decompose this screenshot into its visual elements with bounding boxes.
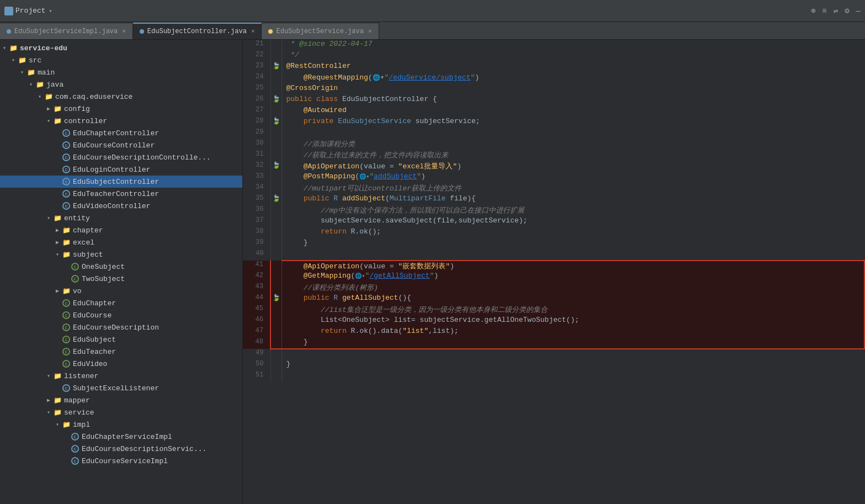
tab-controller[interactable]: EduSubjectController.java × xyxy=(133,23,262,39)
code-line-26: 26 🍃 public class EduSubjectController { xyxy=(243,95,864,106)
tree-item-edu-course-ctrl[interactable]: C EduCourseController xyxy=(0,139,242,151)
line-content-35: public R addSubject(MultipartFile file){ xyxy=(282,194,864,205)
tree-item-subject[interactable]: ▾ 📁 subject xyxy=(0,248,242,261)
tree-label-edu-course-desc-ctrl: EduCourseDescriptionControlle... xyxy=(73,153,211,162)
gear-icon[interactable]: ⚙ xyxy=(845,6,849,15)
minimize-icon[interactable]: — xyxy=(856,7,861,15)
tab-close-1[interactable]: × xyxy=(122,28,126,35)
code-line-40: 40 xyxy=(243,250,864,261)
tree-item-edu-video-ctrl[interactable]: C EduVideoController xyxy=(0,200,242,212)
tab-service[interactable]: EduSubjectService.java × xyxy=(262,23,379,39)
globe-icon[interactable]: ⊕ xyxy=(811,6,815,15)
sort-icon[interactable]: ⇌ xyxy=(834,6,838,15)
folder-icon-subject: 📁 xyxy=(62,250,71,259)
code-line-47: 47 return R.ok().data("list",list); xyxy=(243,327,864,338)
tab-close-2[interactable]: × xyxy=(251,28,255,35)
tree-item-config[interactable]: ▶ 📁 config xyxy=(0,103,242,115)
tree-item-edu-subject[interactable]: C EduSubject xyxy=(0,333,242,346)
tree-item-java[interactable]: ▾ 📁 java xyxy=(0,78,242,91)
file-tree: ▾ 📁 service-edu ▾ 📁 src ▾ 📁 main ▾ 📁 jav… xyxy=(0,40,243,504)
code-line-37: 37 subjectService.saveSubject(file,subje… xyxy=(243,216,864,227)
folder-icon-controller: 📁 xyxy=(53,116,62,125)
tree-item-edu-course-desc-service[interactable]: C EduCourseDescriptionServic... xyxy=(0,443,242,455)
tab-service-impl[interactable]: EduSubjectServiceImpl.java × xyxy=(0,23,133,39)
line-content-22: */ xyxy=(282,51,864,62)
gutter-38 xyxy=(270,227,282,238)
code-line-21: 21 * @since 2022-04-17 xyxy=(243,40,864,51)
tree-item-subject-excel-listener[interactable]: C SubjectExcelListener xyxy=(0,382,242,394)
tree-item-edu-chapter-ctrl[interactable]: C EduChapterController xyxy=(0,127,242,139)
java-icon-edu-chapter-ctrl: C xyxy=(62,129,71,137)
line-num-44: 44 xyxy=(243,294,270,305)
code-line-41: 41 @ApiOperation(value = "嵌套数据列表") xyxy=(243,261,864,272)
tree-item-main[interactable]: ▾ 📁 main xyxy=(0,66,242,78)
java-icon-edu-course-service-impl: C xyxy=(71,457,79,465)
tree-item-edu-course[interactable]: C EduCourse xyxy=(0,309,242,321)
folder-icon-chapter: 📁 xyxy=(62,226,71,235)
tree-item-edu-teacher[interactable]: C EduTeacher xyxy=(0,346,242,358)
tree-item-two-subject[interactable]: C TwoSubject xyxy=(0,273,242,285)
code-editor[interactable]: 21 * @since 2022-04-17 22 */ 23 🍃 xyxy=(243,40,865,504)
java-icon-edu-subject: C xyxy=(62,335,71,344)
tree-item-impl[interactable]: ▾ 📁 impl xyxy=(0,418,242,431)
tree-item-edu-subject-ctrl[interactable]: C EduSubjectController xyxy=(0,176,242,188)
tree-label-excel: excel xyxy=(73,238,94,247)
gutter-35: 🍃 xyxy=(270,194,282,205)
gutter-23: 🍃 xyxy=(270,62,282,73)
tab-label-1: EduSubjectServiceImpl.java xyxy=(14,28,118,35)
line-num-47: 47 xyxy=(243,327,270,338)
line-num-22: 22 xyxy=(243,51,270,62)
folder-icon-entity: 📁 xyxy=(53,214,62,222)
java-icon-edu-teacher: C xyxy=(62,347,71,356)
code-line-46: 46 List<OneSubject> list= subjectService… xyxy=(243,316,864,327)
tree-label-edu-teacher-ctrl: EduTeacherController xyxy=(73,190,159,198)
line-content-31: //获取上传过来的文件，把文件内容读取出来 xyxy=(282,150,864,161)
tree-item-edu-chapter-service-impl[interactable]: C EduChapterServiceImpl xyxy=(0,431,242,443)
tree-item-edu-chapter[interactable]: C EduChapter xyxy=(0,297,242,309)
line-content-26: public class EduSubjectController { xyxy=(282,95,864,106)
tree-item-service[interactable]: ▾ 📁 service xyxy=(0,406,242,418)
tree-item-edu-video[interactable]: C EduVideo xyxy=(0,358,242,370)
tree-item-edu-course-service-impl[interactable]: C EduCourseServiceImpl xyxy=(0,455,242,467)
tree-item-listener[interactable]: ▾ 📁 listener xyxy=(0,370,242,382)
tree-label-edu-course: EduCourse xyxy=(73,311,112,320)
arrow-icon: ▾ xyxy=(18,69,26,76)
line-content-29 xyxy=(282,128,864,139)
list-icon[interactable]: ≡ xyxy=(822,7,826,15)
tree-item-chapter[interactable]: ▶ 📁 chapter xyxy=(0,224,242,236)
tree-label-edu-course-ctrl: EduCourseController xyxy=(73,141,155,150)
gutter-21 xyxy=(270,40,282,51)
tree-item-entity[interactable]: ▾ 📁 entity xyxy=(0,212,242,224)
arrow-icon: ▶ xyxy=(44,105,53,112)
tree-item-edu-login-ctrl[interactable]: C EduLoginController xyxy=(0,163,242,176)
tree-item-edu-course-desc[interactable]: C EduCourseDescription xyxy=(0,321,242,333)
tab-dot-3 xyxy=(268,29,273,34)
tree-item-vo[interactable]: ▶ 📁 vo xyxy=(0,285,242,297)
line-content-23: @RestController xyxy=(282,62,864,73)
code-line-23: 23 🍃 @RestController xyxy=(243,62,864,73)
tab-close-3[interactable]: × xyxy=(368,28,372,35)
tree-label-service-edu: service-edu xyxy=(20,44,67,52)
folder-icon-service: 📁 xyxy=(53,408,62,417)
tree-item-src[interactable]: ▾ 📁 src xyxy=(0,54,242,66)
tree-item-mapper[interactable]: ▶ 📁 mapper xyxy=(0,394,242,406)
code-line-45: 45 //list集合泛型是一级分类，因为一级分类有他本身和二级分类的集合 xyxy=(243,305,864,316)
tree-label-edu-subject: EduSubject xyxy=(73,336,116,344)
gutter-46 xyxy=(270,316,282,327)
tree-item-excel[interactable]: ▶ 📁 excel xyxy=(0,236,242,248)
gutter-48 xyxy=(270,338,282,349)
tree-item-controller[interactable]: ▾ 📁 controller xyxy=(0,115,242,127)
project-title: Project xyxy=(15,7,46,15)
line-num-46: 46 xyxy=(243,316,270,327)
tree-item-service-edu[interactable]: ▾ 📁 service-edu xyxy=(0,42,242,54)
tree-item-package[interactable]: ▾ 📁 com.caq.eduservice xyxy=(0,91,242,103)
tree-label-one-subject: OneSubject xyxy=(82,263,125,271)
tree-item-one-subject[interactable]: C OneSubject xyxy=(0,261,242,273)
gutter-51 xyxy=(270,371,282,382)
tree-item-edu-teacher-ctrl[interactable]: C EduTeacherController xyxy=(0,188,242,200)
arrow-icon: ▾ xyxy=(9,57,18,63)
code-line-28: 28 🍃 private EduSubjectService subjectSe… xyxy=(243,117,864,128)
top-bar: Project ▾ ⊕ ≡ ⇌ ⚙ — xyxy=(0,0,865,22)
line-content-30: //添加课程分类 xyxy=(282,139,864,150)
tree-item-edu-course-desc-ctrl[interactable]: C EduCourseDescriptionControlle... xyxy=(0,151,242,163)
